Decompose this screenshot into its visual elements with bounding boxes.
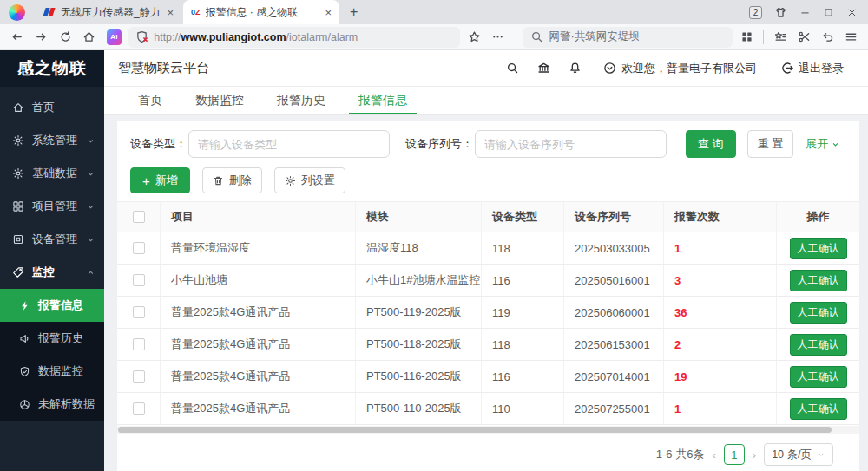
tab-close-icon[interactable]: × [325, 6, 332, 19]
trash-icon [213, 175, 229, 186]
forward-icon[interactable] [31, 27, 52, 48]
delete-button[interactable]: 删除 [202, 167, 262, 193]
browser-tab-2[interactable]: 0Z 报警信息 · 感之物联 × [183, 0, 339, 24]
nav-tab-0[interactable]: 首页 [122, 87, 179, 114]
window-minimize-button[interactable] [799, 7, 811, 18]
chevron-down-icon [86, 235, 95, 245]
row-checkbox[interactable] [133, 402, 145, 415]
row-checkbox[interactable] [133, 306, 145, 318]
screenshot-scissors-icon[interactable] [793, 27, 814, 48]
add-button[interactable]: +新增 [130, 167, 190, 193]
window-close-button[interactable] [846, 7, 858, 18]
sidebar-item-4[interactable]: 设备管理 [0, 223, 104, 256]
chevron-down-icon [86, 202, 95, 212]
device-type-label: 设备类型： [130, 136, 187, 152]
menu-hamburger-icon[interactable] [840, 27, 861, 48]
ai-extension-icon[interactable]: AI [107, 29, 122, 45]
sidebar-item-1[interactable]: 系统管理 [0, 124, 104, 157]
sidebar-item-2[interactable]: 基础数据 [0, 157, 104, 190]
more-options-icon[interactable] [488, 27, 509, 48]
url-field[interactable]: http://www.puliangiot.com/iotalarm/alarm [128, 27, 460, 48]
sidebar-item-3[interactable]: 项目管理 [0, 190, 104, 223]
confirm-button[interactable]: 人工确认 [790, 270, 847, 291]
bell-icon[interactable] [563, 62, 586, 75]
cell-device-type: 119 [482, 297, 564, 328]
new-tab-button[interactable]: + [350, 4, 358, 20]
app-window: 感之物联 首页系统管理基础数据项目管理设备管理监控 报警信息报警历史数据监控未解… [0, 50, 868, 471]
sidebar-subitem-1[interactable]: 报警历史 [0, 322, 104, 355]
row-checkbox[interactable] [133, 370, 145, 383]
tag-icon [12, 266, 24, 278]
scrollbar-thumb[interactable] [118, 427, 832, 433]
reload-icon[interactable] [55, 27, 76, 48]
tab1-favicon-icon [43, 6, 56, 18]
serial-input[interactable] [475, 130, 667, 158]
browser-urlbar: AI http://www.puliangiot.com/iotalarm/al… [0, 24, 868, 50]
welcome-user[interactable]: 欢迎您，普量电子有限公司 [603, 61, 757, 76]
apps-grid-icon[interactable] [736, 27, 757, 48]
row-checkbox[interactable] [133, 274, 145, 286]
row-checkbox[interactable] [133, 338, 145, 350]
chevron-down-icon [831, 140, 840, 149]
shield-blocked-icon[interactable] [135, 30, 148, 43]
search-button[interactable]: 查 询 [686, 130, 736, 158]
cell-serial: 202506153001 [564, 329, 664, 360]
prev-page-icon[interactable]: ‹ [712, 448, 715, 461]
bank-icon[interactable] [532, 62, 555, 75]
bookmarks-menu-icon[interactable] [770, 27, 791, 48]
plus-icon: + [142, 174, 150, 187]
tab-close-icon[interactable]: × [167, 6, 174, 19]
confirm-button[interactable]: 人工确认 [790, 334, 847, 356]
browser-tab-1[interactable]: 无线压力传感器_静力水准仪_ × [36, 0, 181, 24]
shirt-extension-icon[interactable] [774, 6, 787, 19]
sidebar-item-0[interactable]: 首页 [0, 91, 104, 124]
tab-count-badge[interactable]: 2 [749, 6, 762, 19]
column-header: 设备序列号 [564, 202, 664, 232]
pagination-summary: 1-6 共6条 [656, 447, 705, 462]
confirm-button[interactable]: 人工确认 [790, 238, 847, 259]
bookmark-star-icon[interactable] [464, 27, 484, 48]
column-settings-button[interactable]: 列设置 [274, 167, 345, 193]
firefox-logo-icon[interactable] [9, 4, 25, 21]
nav-tab-1[interactable]: 数据监控 [179, 87, 260, 114]
cell-device-type: 116 [482, 265, 564, 296]
table-row: 普量2025款4G通讯产品PT500-118-2025版118202506153… [117, 329, 859, 361]
browser-search-box[interactable]: 网警·共筑网安堤坝 [523, 27, 733, 48]
confirm-button[interactable]: 人工确认 [790, 366, 847, 388]
cell-module: PT500-119-2025版 [356, 297, 482, 328]
back-icon[interactable] [7, 27, 28, 48]
page-size-select[interactable]: 10 条/页 [764, 443, 833, 466]
row-checkbox[interactable] [133, 242, 145, 254]
confirm-button[interactable]: 人工确认 [790, 302, 847, 324]
logout-button[interactable]: 退出登录 [781, 61, 844, 76]
table-row: 普量2025款4G通讯产品PT500-119-2025版119202506060… [117, 297, 859, 329]
cell-device-type: 116 [482, 361, 564, 392]
select-all-checkbox[interactable] [133, 211, 145, 223]
home-icon[interactable] [79, 27, 100, 48]
chevron-down-icon [86, 169, 95, 179]
sidebar-subitem-0[interactable]: 报警信息 [0, 289, 104, 322]
cell-project: 普量2025款4G通讯产品 [161, 361, 356, 392]
reset-button[interactable]: 重 置 [747, 130, 794, 158]
expand-link[interactable]: 展开 [806, 136, 840, 152]
table-row: 普量环境温湿度温湿度1181182025030330051人工确认 [117, 232, 859, 265]
sidebar-item-5[interactable]: 监控 [0, 256, 104, 289]
chevron-up-icon [86, 268, 95, 278]
undo-history-icon[interactable] [817, 27, 838, 48]
nav-tab-3[interactable]: 报警信息 [342, 87, 424, 114]
sidebar-subitem-3[interactable]: 未解析数据 [0, 388, 104, 421]
cell-alarm-count: 19 [664, 361, 777, 392]
sidebar-submenu: 报警信息报警历史数据监控未解析数据 [0, 289, 104, 421]
header-search-icon[interactable] [501, 62, 523, 75]
nav-tab-2[interactable]: 报警历史 [260, 87, 342, 114]
lightning-icon [19, 300, 30, 311]
device-type-input[interactable] [188, 130, 390, 158]
sidebar-subitem-2[interactable]: 数据监控 [0, 355, 104, 388]
column-header: 报警次数 [664, 202, 777, 232]
tab-title: 无线压力传感器_静力水准仪_ [61, 5, 161, 20]
current-page-button[interactable]: 1 [724, 444, 745, 465]
confirm-button[interactable]: 人工确认 [790, 398, 847, 420]
window-maximize-button[interactable] [823, 7, 834, 18]
table-row: 小牛山池塘小牛山1#池塘水温监控1162025050160013人工确认 [117, 265, 859, 297]
next-page-icon[interactable]: › [753, 448, 756, 461]
